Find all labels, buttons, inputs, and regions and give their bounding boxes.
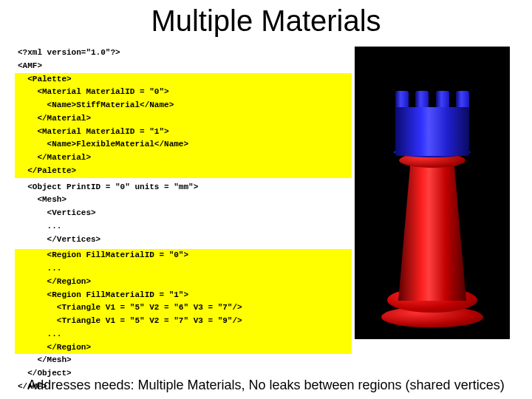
code-line: </Mesh> xyxy=(15,354,352,367)
crenel-gap xyxy=(429,91,436,107)
code-line-highlight: </Region> xyxy=(15,341,352,355)
code-line: ... xyxy=(15,220,352,233)
code-line-highlight: ... xyxy=(15,262,352,276)
code-line: <AMF> xyxy=(15,60,352,73)
crenel xyxy=(436,91,449,107)
rook-render xyxy=(355,47,510,339)
code-line-highlight: </Material> xyxy=(15,112,352,126)
code-line: </Vertices> xyxy=(15,233,352,247)
code-line-highlight: <Material MaterialID = "1"> xyxy=(15,126,352,139)
code-line: <Mesh> xyxy=(15,194,352,207)
code-line-highlight: <Name>FlexibleMaterial</Name> xyxy=(15,138,352,151)
code-line: <?xml version="1.0"?> xyxy=(15,47,352,60)
slide-content: <?xml version="1.0"?> <AMF> <Palette> <M… xyxy=(0,38,532,394)
rook-body-red xyxy=(398,162,466,301)
crenel-gap xyxy=(409,91,416,107)
crenel xyxy=(415,91,429,107)
xml-code-example: <?xml version="1.0"?> <AMF> <Palette> <M… xyxy=(15,47,352,394)
code-line-highlight: <Material MaterialID = "0"> xyxy=(15,86,352,99)
code-line-highlight: ... xyxy=(15,328,352,341)
rook-top-blue xyxy=(395,92,469,156)
slide-footer: Addresses needs: Multiple Materials, No … xyxy=(0,378,532,393)
code-line-highlight: </Material> xyxy=(15,151,352,165)
code-line-highlight: <Triangle V1 = "5" V2 = "7" V3 = "9"/> xyxy=(15,315,352,328)
code-line-highlight: <Region FillMaterialID = "0"> xyxy=(15,249,352,262)
code-line: <Object PrintID = "0" units = "mm"> xyxy=(15,181,352,194)
slide-title: Multiple Materials xyxy=(0,0,532,38)
crenel xyxy=(395,91,409,107)
code-line: <Vertices> xyxy=(15,207,352,220)
rook-crenellations xyxy=(395,91,469,107)
code-line-highlight: <Triangle V1 = "5" V2 = "6" V3 = "7"/> xyxy=(15,301,352,315)
code-line-highlight: </Region> xyxy=(15,276,352,289)
code-line-highlight: <Palette> xyxy=(15,73,352,86)
code-line-highlight: <Region FillMaterialID = "1"> xyxy=(15,289,352,302)
crenel-gap xyxy=(449,91,457,107)
crenel xyxy=(456,91,469,107)
code-line-highlight: </Palette> xyxy=(15,165,352,178)
code-line-highlight: <Name>StiffMaterial</Name> xyxy=(15,99,352,112)
